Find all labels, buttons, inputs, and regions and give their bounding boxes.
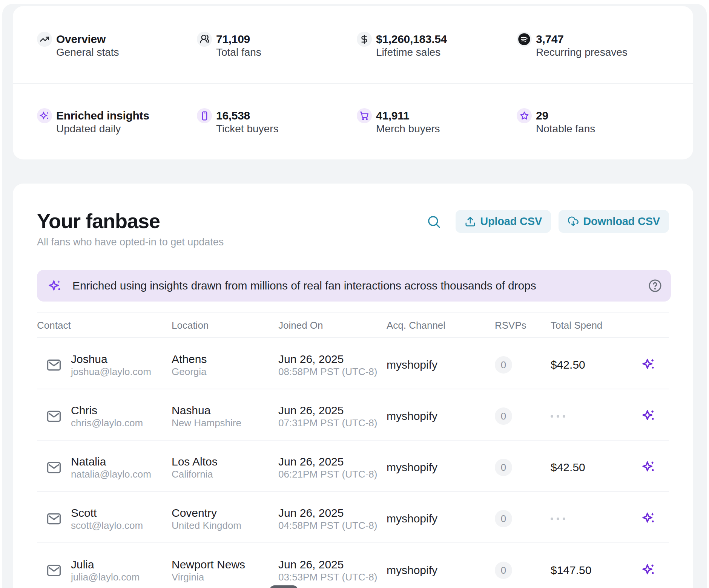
help-icon[interactable]	[648, 278, 663, 293]
stat-title: Overview	[56, 32, 119, 47]
acq-channel: myshopify	[387, 410, 495, 423]
acq-channel: myshopify	[387, 461, 495, 474]
stat-enriched-insights: Enriched insightsUpdated daily	[37, 108, 197, 134]
fan-city: Nashua	[172, 403, 278, 418]
table-row[interactable]: Juliajulia@laylo.com Newport NewsVirgini…	[37, 543, 669, 588]
shopping-cart-icon	[357, 108, 372, 123]
stat-merch-buyers: 41,911Merch buyers	[357, 108, 517, 134]
stat-notable-fans: 29Notable fans	[517, 108, 677, 134]
acq-channel: myshopify	[387, 358, 495, 371]
mail-icon	[46, 410, 61, 423]
download-csv-button[interactable]: Download CSV	[559, 210, 669, 233]
stat-subtitle: Lifetime sales	[376, 47, 447, 58]
sparkles-icon	[37, 108, 52, 123]
table-row[interactable]: Scottscott@laylo.com CoventryUnited King…	[37, 492, 669, 543]
smartphone-icon	[197, 108, 212, 123]
join-date: Jun 26, 2025	[278, 557, 387, 572]
col-rsvps: RSVPs	[495, 320, 551, 331]
enrich-sparkles-icon[interactable]	[641, 562, 656, 579]
spend-ellipsis	[551, 415, 622, 418]
search-icon[interactable]	[425, 213, 442, 230]
col-joined-on: Joined On	[278, 320, 387, 331]
total-spend: $147.50	[551, 564, 622, 577]
fan-city: Newport News	[172, 557, 278, 572]
join-time: 04:58PM PST (UTC-8)	[278, 519, 387, 531]
fan-name: Joshua	[71, 352, 151, 366]
join-date: Jun 26, 2025	[278, 352, 387, 366]
stat-overview: OverviewGeneral stats	[37, 32, 197, 58]
join-time: 06:21PM PST (UTC-8)	[278, 468, 387, 480]
enrich-sparkles-icon[interactable]	[641, 459, 656, 476]
col-acq-channel: Acq. Channel	[387, 320, 495, 331]
enriched-banner: Enriched using insights drawn from milli…	[37, 270, 671, 302]
fan-email: scott@laylo.com	[71, 519, 143, 531]
fan-email: natalia@laylo.com	[71, 468, 151, 480]
users-icon	[197, 32, 212, 47]
upload-icon	[465, 216, 476, 227]
stat-title: $1,260,183.54	[376, 32, 447, 47]
spotify-icon	[517, 32, 532, 47]
download-csv-label: Download CSV	[583, 215, 660, 228]
fan-email: joshua@laylo.com	[71, 366, 151, 378]
total-spend: $42.50	[551, 461, 622, 474]
fanbase-table: Contact Location Joined On Acq. Channel …	[37, 312, 669, 588]
total-spend: $42.50	[551, 358, 622, 371]
sparkles-icon	[48, 278, 63, 293]
table-header: Contact Location Joined On Acq. Channel …	[37, 312, 669, 338]
fan-city: Coventry	[172, 506, 278, 520]
stats-row-enriched: Enriched insightsUpdated daily 16,538Tic…	[13, 84, 693, 159]
stats-card: OverviewGeneral stats 71,109Total fans $…	[13, 6, 693, 159]
stat-title: 71,109	[216, 32, 261, 47]
stat-subtitle: Updated daily	[56, 124, 149, 134]
stat-subtitle: Ticket buyers	[216, 124, 278, 134]
join-date: Jun 26, 2025	[278, 506, 387, 520]
enrich-sparkles-icon[interactable]	[641, 357, 656, 373]
banner-text: Enriched using insights drawn from milli…	[72, 279, 536, 292]
join-time: 07:31PM PST (UTC-8)	[278, 417, 387, 429]
page-subtitle: All fans who have opted-in to get update…	[37, 236, 669, 248]
enrich-sparkles-icon[interactable]	[641, 408, 656, 424]
mail-icon	[46, 564, 61, 577]
stat-title: 3,747	[536, 32, 628, 47]
table-row[interactable]: Chrischris@laylo.com NashuaNew Hampshire…	[37, 389, 669, 441]
stat-subtitle: Total fans	[216, 47, 261, 58]
scrollbar-thumb[interactable]	[270, 585, 298, 588]
rsvp-badge: 0	[495, 356, 512, 374]
rsvp-badge: 0	[495, 459, 512, 476]
enrich-sparkles-icon[interactable]	[641, 510, 656, 527]
col-total-spend: Total Spend	[551, 320, 622, 331]
stat-title: 29	[536, 108, 595, 123]
col-location: Location	[172, 320, 278, 331]
spend-ellipsis	[551, 518, 622, 520]
rsvp-badge: 0	[495, 562, 512, 579]
star-icon	[517, 108, 532, 123]
join-date: Jun 26, 2025	[278, 455, 387, 469]
acq-channel: myshopify	[387, 512, 495, 525]
fan-city: Los Altos	[172, 455, 278, 469]
table-row[interactable]: Joshuajoshua@laylo.com AthensGeorgia Jun…	[37, 338, 669, 389]
join-time: 03:53PM PST (UTC-8)	[278, 571, 387, 583]
stat-subtitle: Merch buyers	[376, 124, 440, 134]
fan-name: Chris	[71, 403, 143, 418]
upload-csv-button[interactable]: Upload CSV	[456, 210, 551, 233]
mail-icon	[46, 513, 61, 525]
fan-region: Georgia	[172, 366, 278, 378]
col-contact: Contact	[37, 320, 172, 331]
fan-name: Julia	[71, 557, 140, 572]
join-time: 08:58PM PST (UTC-8)	[278, 366, 387, 378]
stat-recurring-presaves: 3,747Recurring presaves	[517, 32, 677, 58]
rsvp-badge: 0	[495, 407, 512, 425]
stat-lifetime-sales: $1,260,183.54Lifetime sales	[357, 32, 517, 58]
stat-subtitle: General stats	[56, 47, 119, 58]
table-row[interactable]: Natalianatalia@laylo.com Los AltosCalifo…	[37, 441, 669, 492]
upload-csv-label: Upload CSV	[480, 215, 542, 228]
acq-channel: myshopify	[387, 564, 495, 577]
stat-title: Enriched insights	[56, 108, 149, 123]
stat-ticket-buyers: 16,538Ticket buyers	[197, 108, 357, 134]
mail-icon	[46, 359, 61, 371]
fan-city: Athens	[172, 352, 278, 366]
rsvp-badge: 0	[495, 510, 512, 527]
dollar-icon	[357, 32, 372, 47]
stat-subtitle: Notable fans	[536, 124, 595, 134]
fan-name: Scott	[71, 506, 143, 520]
